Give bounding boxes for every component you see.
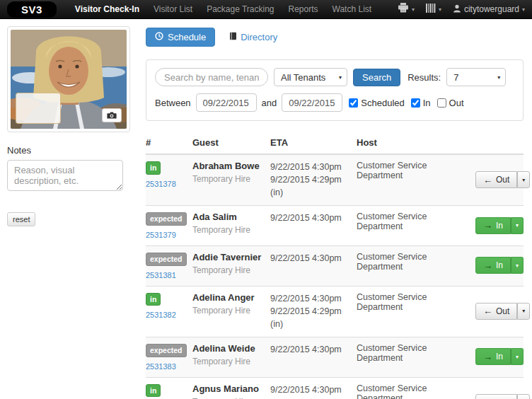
chevron-down-icon: ▾ [412,6,415,13]
check-action-button[interactable]: → In [475,348,511,365]
table-row: in 2531378 Abraham Bowe Temporary Hire 9… [146,155,524,206]
check-action-button[interactable]: ← Out [475,171,517,188]
book-icon [229,32,237,42]
tab-schedule[interactable]: Schedule [146,28,215,47]
notes-label: Notes [7,145,136,156]
caret-down-icon: ▾ [516,354,519,360]
action-cell: ← Out ▾ [475,394,530,399]
status-badge: in [146,293,161,306]
arrow-left-icon: ← [483,175,492,185]
chevron-down-icon: ▾ [522,6,525,13]
printer-icon [398,3,409,16]
check-action-label: In [496,221,503,231]
nav-item-watch-list[interactable]: Watch List [332,4,372,14]
search-button[interactable]: Search [353,69,400,86]
action-dropdown-toggle[interactable]: ▾ [517,394,530,399]
check-action-label: Out [496,306,509,316]
caret-down-icon: ▾ [516,262,519,269]
checkbox-input[interactable] [411,98,420,108]
guest-name: Abraham Bowe [192,161,270,171]
guest-type: Temporary Hire [192,225,270,235]
tab-directory[interactable]: Directory [229,32,277,42]
eta-scheduled: 9/22/2015 4:30pm [270,383,357,396]
check-action-button[interactable]: ← Out [475,303,517,320]
notes-input[interactable] [7,160,123,191]
action-dropdown-toggle[interactable]: ▾ [511,217,524,234]
checkbox-input[interactable] [349,98,358,108]
top-navbar: SV3 Visitor Check-InVisitor ListPackage … [0,0,532,19]
eta-cell: 9/22/2015 4:30pm [270,252,357,265]
check-action-button[interactable]: → In [475,257,511,274]
action-cell: ← Out ▾ [475,303,530,320]
arrow-left-icon: ← [483,306,492,316]
check-action-button[interactable]: ← Out [475,394,517,399]
check-action-split-button: ← Out ▾ [475,303,530,320]
navbar-right: ▾ ▾ citytowerguard ▾ [398,3,525,16]
eta-scheduled: 9/22/2015 4:30pm [270,212,357,224]
status-cell: expected 2531381 [146,252,192,279]
eta-scheduled: 9/22/2015 4:30pm [270,343,357,356]
results-select[interactable]: 7 ▾ [446,68,506,86]
visitor-table-body: in 2531378 Abraham Bowe Temporary Hire 9… [146,155,524,399]
search-input[interactable] [155,68,268,86]
status-badge: in [146,161,161,175]
check-action-button[interactable]: → In [475,217,511,234]
brand-logo[interactable]: SV3 [7,1,57,18]
app-root: SV3 Visitor Check-InVisitor ListPackage … [0,0,532,399]
host-name: Customer Service Department [357,252,475,272]
nav-item-visitor-list[interactable]: Visitor List [154,4,192,14]
action-dropdown-toggle[interactable]: ▾ [511,257,524,274]
guest-name: Adelina Anger [192,292,270,303]
action-dropdown-toggle[interactable]: ▾ [511,348,524,365]
col-header-guest: Guest [192,137,270,148]
nav-item-package-tracking[interactable]: Package Tracking [207,4,274,14]
visitor-id-link[interactable]: 2531383 [146,362,192,371]
date-from-input[interactable] [196,93,257,112]
visitor-id-link[interactable]: 2531378 [146,180,192,188]
view-tabs: Schedule Directory [146,28,524,47]
visitor-id-link[interactable]: 2531379 [146,231,192,239]
nav-item-visitor-check-in[interactable]: Visitor Check-In [75,4,139,14]
eta-scheduled: 9/22/2015 4:30pm [270,252,357,265]
guest-name: Addie Tavernier [192,252,270,262]
reset-button[interactable]: reset [7,212,35,226]
user-menu[interactable]: citytowerguard ▾ [453,3,525,16]
camera-button[interactable] [102,108,122,122]
status-cell: in 2531378 [146,161,192,188]
filter-checkbox-in[interactable]: In [411,98,431,108]
eta-scheduled: 9/22/2015 4:30pm [270,292,357,305]
photo-overlay-card [16,93,61,124]
guest-cell: Abraham Bowe Temporary Hire [192,161,270,184]
nav-item-reports[interactable]: Reports [289,4,318,14]
tenant-select[interactable]: All Tenants ▾ [274,68,347,86]
checkbox-input[interactable] [437,98,446,108]
guest-cell: Agnus Mariano Temporary Hire [192,383,270,399]
check-action-label: In [496,260,503,270]
action-cell: → In ▾ [475,217,524,234]
visitor-id-link[interactable]: 2531382 [146,311,192,319]
check-action-split-button: → In ▾ [475,348,524,365]
arrow-right-icon: → [483,261,492,270]
action-dropdown-toggle[interactable]: ▾ [517,171,530,188]
table-row: expected 2531381 Addie Tavernier Tempora… [146,246,524,287]
filter-checkbox-scheduled[interactable]: Scheduled [349,98,404,108]
visitor-id-link[interactable]: 2531381 [146,271,192,279]
date-to-input[interactable] [282,93,342,112]
check-action-split-button: → In ▾ [475,217,524,234]
arrow-right-icon: → [483,352,492,362]
tenant-select-value: All Tenants [281,72,325,83]
caret-down-icon: ▾ [516,222,519,229]
action-dropdown-toggle[interactable]: ▾ [517,303,530,320]
caret-down-icon: ▾ [497,74,500,81]
print-menu[interactable]: ▾ [398,3,415,16]
search-row: All Tenants ▾ Search Results: 7 ▾ [155,68,514,86]
results-label: Results: [407,72,441,83]
eta-checkin: 9/22/2015 4:29pm (in) [270,305,357,330]
eta-cell: 9/22/2015 4:30pm 9/22/2015 4:29pm (in) [270,161,357,199]
visitor-photo-frame [7,26,130,132]
filter-checkbox-out[interactable]: Out [437,98,464,108]
status-cell: in 2531382 [146,292,192,320]
badge-menu[interactable]: ▾ [426,3,441,16]
filter-panel: All Tenants ▾ Search Results: 7 ▾ Betwee… [146,59,524,121]
check-action-split-button: ← Out ▾ [475,171,530,188]
